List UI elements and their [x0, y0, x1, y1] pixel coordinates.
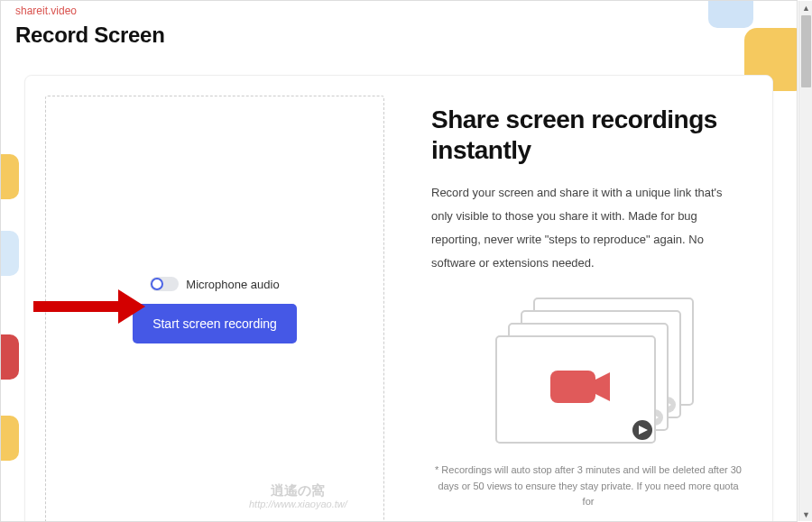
info-pane: Share screen recordings instantly Record…: [404, 76, 772, 522]
mic-toggle-label: Microphone audio: [186, 278, 279, 291]
vertical-scrollbar[interactable]: ▲ ▼: [798, 1, 812, 521]
camera-icon: [550, 371, 595, 403]
recorder-pane: Microphone audio Start screen recording: [25, 76, 404, 522]
scroll-down-arrow-icon[interactable]: ▼: [799, 508, 812, 521]
mic-toggle[interactable]: [150, 277, 179, 291]
bg-decoration: [0, 154, 19, 199]
mic-toggle-row: Microphone audio: [150, 277, 279, 291]
scroll-up-arrow-icon[interactable]: ▲: [799, 1, 812, 14]
recorder-controls: Microphone audio Start screen recording: [46, 277, 383, 343]
watermark-line2: http://www.xiaoyao.tw/: [249, 499, 347, 510]
hero-description: Record your screen and share it with a u…: [431, 181, 745, 275]
video-stack-icon: [471, 293, 706, 446]
bg-decoration: [0, 334, 19, 380]
main-card: Microphone audio Start screen recording …: [24, 75, 773, 522]
watermark-line1: 逍遙の窩: [249, 482, 347, 499]
bg-decoration: [0, 231, 19, 276]
watermark: 逍遙の窩 http://www.xiaoyao.tw/: [249, 482, 347, 510]
bg-decoration: [0, 416, 19, 461]
illustration: [431, 293, 745, 446]
mic-toggle-knob: [151, 278, 163, 290]
scrollbar-thumb[interactable]: [801, 15, 811, 87]
page-header: shareit.video Record Screen: [1, 1, 797, 50]
app-viewport: shareit.video Record Screen Microphone a…: [0, 0, 798, 522]
brand-link[interactable]: shareit.video: [15, 5, 782, 17]
hero-title: Share screen recordings instantly: [431, 105, 745, 165]
recorder-dropzone: Microphone audio Start screen recording: [45, 96, 384, 522]
start-recording-button[interactable]: Start screen recording: [133, 304, 297, 343]
footnote: * Recordings will auto stop after 3 minu…: [431, 462, 745, 510]
page-title: Record Screen: [15, 23, 782, 48]
